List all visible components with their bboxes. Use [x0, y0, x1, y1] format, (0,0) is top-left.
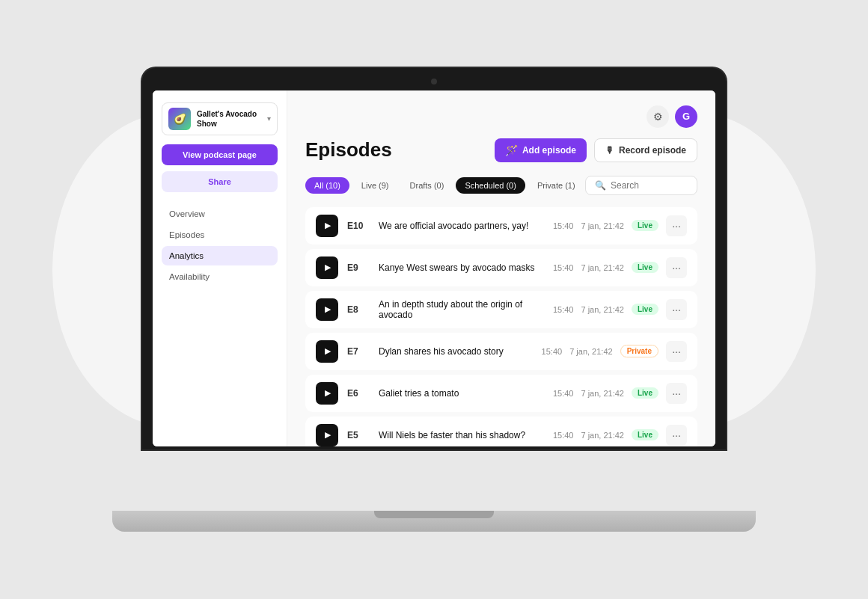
sidebar: 🥑 Gallet's Avocado Show ▾ View podcast p…: [153, 90, 287, 446]
status-badge: Live: [632, 220, 658, 231]
search-wrapper[interactable]: 🔍: [585, 176, 697, 195]
episode-title: An in depth study about the origin of av…: [379, 299, 544, 320]
filter-tab-private[interactable]: Private (1): [528, 177, 584, 194]
header-actions: 🪄 Add episode 🎙 Record episode: [495, 138, 697, 162]
podcast-selector[interactable]: 🥑 Gallet's Avocado Show ▾: [162, 102, 278, 135]
episode-date: 7 jan, 21:42: [581, 389, 624, 398]
play-button-e8[interactable]: ▶: [316, 298, 338, 321]
settings-icon[interactable]: ⚙: [647, 105, 669, 128]
laptop-base: [112, 511, 756, 532]
filter-tab-drafts[interactable]: Drafts (0): [401, 177, 453, 194]
sidebar-item-analytics[interactable]: Analytics: [162, 246, 278, 265]
laptop-screen: 🥑 Gallet's Avocado Show ▾ View podcast p…: [142, 68, 726, 449]
episode-date: 7 jan, 21:42: [581, 431, 624, 440]
episode-title: Will Niels be faster than his shadow?: [379, 430, 544, 440]
episode-number: E10: [347, 221, 370, 231]
episode-number: E5: [347, 430, 370, 440]
sidebar-item-availability[interactable]: Availability: [162, 267, 278, 286]
play-button-e9[interactable]: ▶: [316, 257, 338, 279]
table-row: ▶ E10 We are official avocado partners, …: [305, 207, 697, 245]
sidebar-item-episodes[interactable]: Episodes: [162, 225, 278, 245]
record-icon: 🎙: [605, 145, 614, 156]
episode-number: E9: [347, 262, 370, 273]
more-options-button[interactable]: ···: [666, 425, 687, 446]
play-button-e5[interactable]: ▶: [316, 424, 338, 446]
episode-duration: 15:40: [553, 221, 574, 230]
more-options-button[interactable]: ···: [666, 341, 687, 362]
record-episode-label: Record episode: [619, 145, 686, 156]
filter-tabs: All (10) Live (9) Drafts (0) Scheduled (…: [305, 177, 584, 194]
user-avatar[interactable]: G: [675, 105, 697, 128]
sidebar-item-overview[interactable]: Overview: [162, 204, 278, 224]
episode-date: 7 jan, 21:42: [581, 263, 624, 272]
episode-meta: 15:40 7 jan, 21:42 Private ···: [542, 341, 687, 362]
more-options-button[interactable]: ···: [666, 215, 687, 236]
status-badge: Live: [632, 429, 658, 440]
episodes-list: ▶ E10 We are official avocado partners, …: [305, 207, 697, 446]
filter-tab-all[interactable]: All (10): [305, 177, 349, 194]
episode-date: 7 jan, 21:42: [569, 347, 613, 356]
table-row: ▶ E9 Kanye West swears by avocado masks …: [305, 249, 697, 286]
play-icon: ▶: [325, 346, 331, 356]
status-badge: Live: [632, 387, 658, 399]
page-header: Episodes 🪄 Add episode 🎙 Record episode: [305, 138, 697, 162]
episode-meta: 15:40 7 jan, 21:42 Live ···: [553, 425, 687, 446]
filter-tab-live[interactable]: Live (9): [352, 177, 398, 194]
add-episode-label: Add episode: [522, 145, 576, 156]
share-button[interactable]: Share: [162, 171, 278, 192]
episode-meta: 15:40 7 jan, 21:42 Live ···: [553, 257, 687, 278]
play-icon: ▶: [325, 388, 331, 398]
episode-duration: 15:40: [553, 389, 574, 398]
episode-date: 7 jan, 21:42: [581, 305, 624, 314]
add-episode-icon: 🪄: [505, 144, 518, 156]
podcast-name: Gallet's Avocado Show: [197, 109, 261, 129]
episode-duration: 15:40: [553, 263, 574, 272]
episode-duration: 15:40: [553, 305, 574, 314]
chevron-down-icon: ▾: [267, 114, 271, 123]
play-button-e10[interactable]: ▶: [316, 215, 338, 237]
app-window: 🥑 Gallet's Avocado Show ▾ View podcast p…: [153, 90, 715, 446]
add-episode-button[interactable]: 🪄 Add episode: [495, 138, 587, 162]
episode-duration: 15:40: [553, 431, 574, 440]
episode-number: E8: [347, 304, 370, 315]
episode-number: E6: [347, 388, 370, 399]
episode-date: 7 jan, 21:42: [581, 221, 624, 230]
episode-title: We are official avocado partners, yay!: [379, 221, 544, 231]
play-button-e7[interactable]: ▶: [316, 340, 338, 363]
laptop-notch: [374, 511, 494, 518]
episode-number: E7: [347, 346, 370, 357]
episode-meta: 15:40 7 jan, 21:42 Live ···: [553, 299, 687, 320]
filter-tab-scheduled[interactable]: Scheduled (0): [456, 177, 525, 194]
play-icon: ▶: [325, 221, 331, 230]
play-icon: ▶: [325, 262, 331, 272]
record-episode-button[interactable]: 🎙 Record episode: [594, 138, 697, 162]
episode-title: Kanye West swears by avocado masks: [379, 262, 544, 273]
table-row: ▶ E5 Will Niels be faster than his shado…: [305, 417, 697, 446]
play-icon: ▶: [325, 304, 331, 314]
more-options-button[interactable]: ···: [666, 257, 687, 278]
search-icon: 🔍: [595, 180, 606, 191]
episode-title: Dylan shares his avocado story: [379, 346, 533, 357]
filters-row: All (10) Live (9) Drafts (0) Scheduled (…: [305, 176, 697, 195]
episode-meta: 15:40 7 jan, 21:42 Live ···: [553, 383, 687, 404]
search-input[interactable]: [611, 180, 688, 191]
more-options-button[interactable]: ···: [666, 299, 687, 320]
play-icon: ▶: [325, 430, 331, 440]
table-row: ▶ E7 Dylan shares his avocado story 15:4…: [305, 333, 697, 370]
view-podcast-button[interactable]: View podcast page: [162, 144, 278, 165]
laptop-camera: [431, 79, 437, 85]
page-title: Episodes: [305, 138, 392, 162]
status-badge: Private: [620, 345, 658, 357]
main-content: ⚙ G Episodes 🪄 Add episode 🎙 Record epis…: [287, 90, 715, 446]
more-options-button[interactable]: ···: [666, 383, 687, 404]
table-row: ▶ E6 Galiet tries a tomato 15:40 7 jan, …: [305, 375, 697, 412]
status-badge: Live: [632, 262, 658, 273]
sidebar-nav: Overview Episodes Analytics Availability: [162, 204, 278, 286]
table-row: ▶ E8 An in depth study about the origin …: [305, 291, 697, 328]
episode-meta: 15:40 7 jan, 21:42 Live ···: [553, 215, 687, 236]
episode-title: Galiet tries a tomato: [379, 388, 544, 399]
play-button-e6[interactable]: ▶: [316, 382, 338, 405]
podcast-thumbnail: 🥑: [168, 108, 191, 130]
episode-duration: 15:40: [542, 347, 563, 356]
status-badge: Live: [632, 304, 658, 315]
